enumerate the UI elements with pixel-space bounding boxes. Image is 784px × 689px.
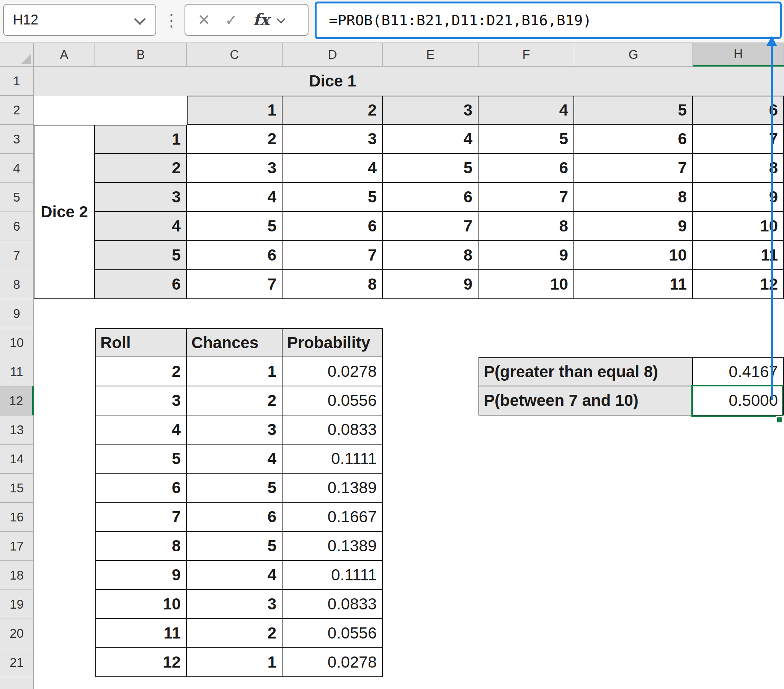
cell-C14[interactable]: 4 xyxy=(187,444,283,474)
cell-B17[interactable]: 8 xyxy=(95,532,187,561)
cell-D19[interactable]: 0.0833 xyxy=(283,590,383,619)
cell-C8[interactable]: 7 xyxy=(187,270,283,299)
cell-H11-prob-value[interactable]: 0.4167 xyxy=(693,357,784,386)
cell-B20[interactable]: 11 xyxy=(95,619,187,648)
row-header-21[interactable]: 21 xyxy=(0,648,34,677)
row-header-7[interactable]: 7 xyxy=(0,241,34,270)
cell-B18[interactable]: 9 xyxy=(95,561,187,590)
row-header-9[interactable]: 9 xyxy=(0,299,34,328)
column-header-C[interactable]: C xyxy=(187,43,283,67)
cell-E8[interactable]: 9 xyxy=(383,270,479,299)
dice1-title-cell[interactable]: Dice 1 xyxy=(187,67,479,95)
cell-C21[interactable]: 1 xyxy=(187,648,283,677)
cell-G5[interactable]: 8 xyxy=(574,183,693,212)
cell-E4[interactable]: 5 xyxy=(383,154,479,183)
row-header-3[interactable]: 3 xyxy=(0,125,34,154)
dice2-title-cell[interactable]: Dice 2 xyxy=(34,125,95,299)
cell-D5[interactable]: 5 xyxy=(283,183,383,212)
row-header-15[interactable]: 15 xyxy=(0,474,34,503)
cell-C5[interactable]: 4 xyxy=(187,183,283,212)
cell-D14[interactable]: 0.1111 xyxy=(283,444,383,474)
cell-C2[interactable]: 1 xyxy=(187,95,283,125)
column-header-H[interactable]: H xyxy=(693,43,784,67)
cell-D11[interactable]: 0.0278 xyxy=(283,357,383,386)
row-header-20[interactable]: 20 xyxy=(0,619,34,648)
cell-D16[interactable]: 0.1667 xyxy=(283,503,383,532)
row-header-16[interactable]: 16 xyxy=(0,503,34,532)
cell-E7[interactable]: 8 xyxy=(383,241,479,270)
cell-G3[interactable]: 6 xyxy=(574,125,693,154)
row-header-1[interactable]: 1 xyxy=(0,67,34,95)
cell-D6[interactable]: 6 xyxy=(283,212,383,241)
cell-C19[interactable]: 3 xyxy=(187,590,283,619)
row-header-19[interactable]: 19 xyxy=(0,590,34,619)
cell-H8[interactable]: 12 xyxy=(693,270,784,299)
row-header-6[interactable]: 6 xyxy=(0,212,34,241)
cell-D20[interactable]: 0.0556 xyxy=(283,619,383,648)
cell-D7[interactable]: 7 xyxy=(283,241,383,270)
cell-D8[interactable]: 8 xyxy=(283,270,383,299)
column-header-D[interactable]: D xyxy=(283,43,383,67)
cell-E3[interactable]: 4 xyxy=(383,125,479,154)
cell-B8[interactable]: 6 xyxy=(95,270,187,299)
cell-H3[interactable]: 7 xyxy=(693,125,784,154)
cell-G7[interactable]: 10 xyxy=(574,241,693,270)
row-header-8[interactable]: 8 xyxy=(0,270,34,299)
cell-D18[interactable]: 0.1111 xyxy=(283,561,383,590)
cell-F12-prob-label[interactable]: P(between 7 and 10) xyxy=(479,386,693,416)
cell-H7[interactable]: 11 xyxy=(693,241,784,270)
cell-B12[interactable]: 3 xyxy=(95,386,187,416)
cell-H2[interactable]: 6 xyxy=(693,95,784,125)
cell-F11-prob-label[interactable]: P(greater than equal 8) xyxy=(479,357,693,386)
cell-C4[interactable]: 3 xyxy=(187,154,283,183)
row-header-18[interactable]: 18 xyxy=(0,561,34,590)
row-header-10[interactable]: 10 xyxy=(0,328,34,357)
cell-F6[interactable]: 8 xyxy=(479,212,574,241)
cell-F5[interactable]: 7 xyxy=(479,183,574,212)
cell-C13[interactable]: 3 xyxy=(187,416,283,444)
select-all-corner[interactable] xyxy=(0,43,34,67)
cell-F2[interactable]: 4 xyxy=(479,95,574,125)
cell-E6[interactable]: 7 xyxy=(383,212,479,241)
cell-C7[interactable]: 6 xyxy=(187,241,283,270)
cell-F4[interactable]: 6 xyxy=(479,154,574,183)
cell-G6[interactable]: 9 xyxy=(574,212,693,241)
row-header-17[interactable]: 17 xyxy=(0,532,34,561)
cell-B7[interactable]: 5 xyxy=(95,241,187,270)
row-header-14[interactable]: 14 xyxy=(0,444,34,474)
cell-B10[interactable]: Roll xyxy=(95,328,187,357)
cell-H5[interactable]: 9 xyxy=(693,183,784,212)
cell-D21[interactable]: 0.0278 xyxy=(283,648,383,677)
cell-C10[interactable]: Chances xyxy=(187,328,283,357)
cell-C6[interactable]: 5 xyxy=(187,212,283,241)
cell-C17[interactable]: 5 xyxy=(187,532,283,561)
cell-H12-prob-value[interactable]: 0.5000 xyxy=(693,386,784,416)
cell-G4[interactable]: 7 xyxy=(574,154,693,183)
cell-B15[interactable]: 6 xyxy=(95,474,187,503)
cell-B5[interactable]: 3 xyxy=(95,183,187,212)
cell-E5[interactable]: 6 xyxy=(383,183,479,212)
cell-B14[interactable]: 5 xyxy=(95,444,187,474)
cell-C12[interactable]: 2 xyxy=(187,386,283,416)
cell-F8[interactable]: 10 xyxy=(479,270,574,299)
cell-C3[interactable]: 2 xyxy=(187,125,283,154)
cell-D2[interactable]: 2 xyxy=(283,95,383,125)
cell-E2[interactable]: 3 xyxy=(383,95,479,125)
cell-C18[interactable]: 4 xyxy=(187,561,283,590)
cell-D17[interactable]: 0.1389 xyxy=(283,532,383,561)
cell-G8[interactable]: 11 xyxy=(574,270,693,299)
row-header-22[interactable] xyxy=(0,677,34,689)
cell-D4[interactable]: 4 xyxy=(283,154,383,183)
cell-D13[interactable]: 0.0833 xyxy=(283,416,383,444)
row-header-4[interactable]: 4 xyxy=(0,154,34,183)
cell-C11[interactable]: 1 xyxy=(187,357,283,386)
cell-H4[interactable]: 8 xyxy=(693,154,784,183)
cell-B4[interactable]: 2 xyxy=(95,154,187,183)
column-header-A[interactable]: A xyxy=(34,43,95,67)
cell-D15[interactable]: 0.1389 xyxy=(283,474,383,503)
column-header-B[interactable]: B xyxy=(95,43,187,67)
cell-B11[interactable]: 2 xyxy=(95,357,187,386)
cell-C20[interactable]: 2 xyxy=(187,619,283,648)
column-header-F[interactable]: F xyxy=(479,43,574,67)
column-header-E[interactable]: E xyxy=(383,43,479,67)
